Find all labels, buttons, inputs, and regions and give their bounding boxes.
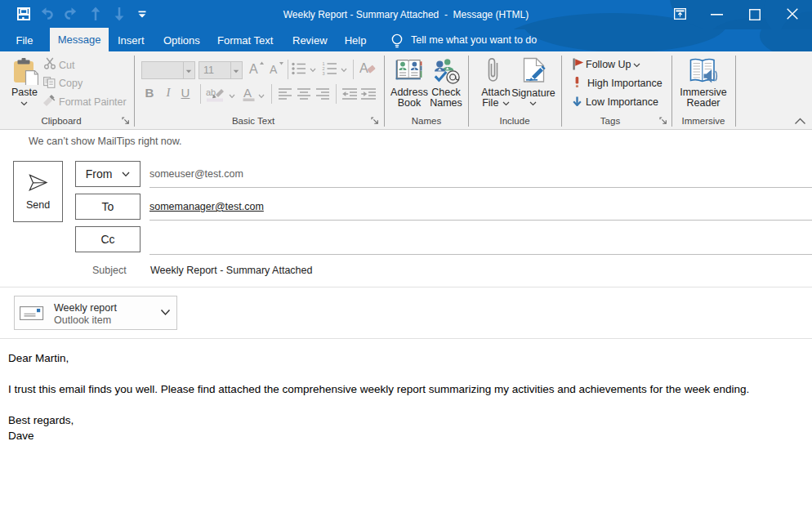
svg-text:A: A: [249, 62, 258, 75]
svg-text:A: A: [270, 63, 278, 75]
svg-text:A: A: [359, 61, 368, 75]
svg-text:3: 3: [323, 71, 325, 76]
svg-text:A: A: [243, 86, 252, 100]
